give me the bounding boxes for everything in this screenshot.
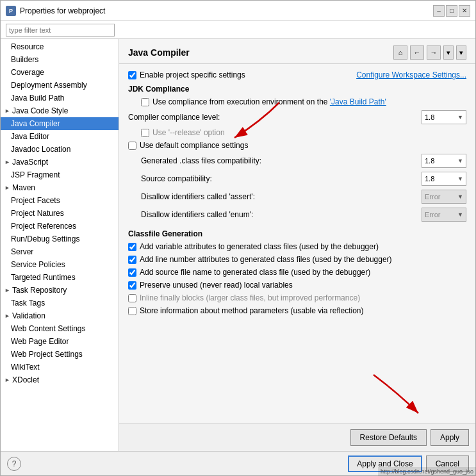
jdk-compliance-section-title: JDK Compliance	[128, 85, 466, 94]
window-icon: P	[6, 6, 16, 16]
expand-arrow-icon: ►	[4, 377, 11, 383]
window-title: Properties for webproject	[20, 6, 105, 15]
restore-defaults-button[interactable]: Restore Defaults	[350, 429, 427, 446]
nav-arrows: ⌂ ← → ▾ ▾	[393, 45, 466, 60]
sidebar-item-deployment-assembly[interactable]: Deployment Assembly	[1, 79, 119, 92]
close-button[interactable]: ✕	[459, 5, 470, 17]
add-variable-row: Add variable attributes to generated cla…	[128, 242, 466, 251]
use-compliance-label: Use compliance from execution environmen…	[152, 97, 386, 106]
use-release-row: Use '--release' option	[128, 128, 466, 137]
sidebar-item-server[interactable]: Server	[1, 245, 119, 258]
disallow-assert-select[interactable]: Error ▼	[422, 190, 466, 204]
sidebar-item-javascript[interactable]: ►JavaScript	[1, 156, 119, 168]
source-compat-select[interactable]: 1.8 ▼	[422, 172, 466, 186]
sidebar-item-coverage[interactable]: Coverage	[1, 66, 119, 79]
title-bar: P Properties for webproject – □ ✕	[1, 1, 475, 21]
sidebar-item-javadoc-location[interactable]: Javadoc Location	[1, 143, 119, 156]
sidebar-item-targeted-runtimes[interactable]: Targeted Runtimes	[1, 271, 119, 284]
restore-apply-bar: Restore Defaults Apply	[119, 423, 475, 451]
sidebar-item-wikitext[interactable]: WikiText	[1, 361, 119, 373]
nav-back-button[interactable]: ←	[410, 45, 424, 60]
sidebar-item-service-policies[interactable]: Service Policies	[1, 258, 119, 271]
sidebar-item-project-references[interactable]: Project References	[1, 220, 119, 233]
minimize-button[interactable]: –	[433, 5, 445, 17]
sidebar-item-xdoclet[interactable]: ►XDoclet	[1, 373, 119, 386]
sidebar-item-project-facets[interactable]: Project Facets	[1, 194, 119, 207]
search-input[interactable]	[6, 24, 115, 37]
watermark: http://blog.csdn.net/gshend_guo_juo	[378, 467, 476, 476]
title-bar-left: P Properties for webproject	[6, 6, 105, 16]
properties-window: P Properties for webproject – □ ✕ Resour…	[0, 0, 476, 476]
generated-class-label: Generated .class files compatibility:	[128, 156, 422, 165]
preserve-unused-row: Preserve unused (never read) local varia…	[128, 281, 466, 290]
sidebar-item-java-code-style[interactable]: ►Java Code Style	[1, 104, 119, 117]
panel-title: Java Compiler	[128, 47, 190, 58]
preserve-unused-label: Preserve unused (never read) local varia…	[140, 281, 293, 290]
nav-next-button[interactable]: →	[427, 45, 441, 60]
sidebar-item-web-page-editor[interactable]: Web Page Editor	[1, 335, 119, 348]
add-variable-label: Add variable attributes to generated cla…	[140, 242, 379, 251]
use-compliance-row: Use compliance from execution environmen…	[128, 97, 466, 106]
maximize-button[interactable]: □	[446, 5, 457, 17]
sidebar-item-validation[interactable]: ►Validation	[1, 309, 119, 322]
right-panel: Java Compiler ⌂ ← → ▾ ▾ Enable project s…	[119, 39, 475, 451]
disallow-assert-label: Disallow identifiers called 'assert':	[128, 192, 422, 201]
store-info-label: Store information about method parameter…	[140, 306, 364, 315]
use-default-compliance-checkbox[interactable]	[128, 142, 136, 150]
generated-class-select[interactable]: 1.8 ▼	[422, 154, 466, 168]
disallow-enum-select[interactable]: Error ▼	[422, 208, 466, 222]
disallow-assert-dropdown-icon: ▼	[457, 193, 463, 200]
sidebar-item-project-natures[interactable]: Project Natures	[1, 207, 119, 220]
nav-forward-button[interactable]: ⌂	[393, 45, 407, 60]
disallow-assert-row: Disallow identifiers called 'assert': Er…	[128, 190, 466, 204]
preserve-unused-checkbox[interactable]	[128, 281, 136, 290]
expand-arrow-icon: ►	[4, 287, 11, 293]
sidebar-item-resource[interactable]: Resource	[1, 40, 119, 53]
restore-apply-buttons: Restore Defaults Apply	[350, 429, 469, 446]
store-info-checkbox[interactable]	[128, 307, 136, 315]
compliance-level-select[interactable]: 1.8 ▼	[422, 110, 466, 124]
generated-class-dropdown-icon: ▼	[457, 158, 463, 164]
compliance-level-label: Compiler compliance level:	[128, 113, 422, 122]
sidebar: Resource Builders Coverage Deployment As…	[1, 39, 119, 451]
use-release-label: Use '--release' option	[152, 128, 225, 137]
add-line-number-checkbox[interactable]	[128, 256, 136, 264]
nav-dropdown-button[interactable]: ▾	[443, 45, 454, 60]
use-release-checkbox[interactable]	[141, 129, 149, 137]
store-info-row: Store information about method parameter…	[128, 306, 466, 315]
enable-specific-settings-checkbox[interactable]	[128, 71, 136, 79]
sidebar-item-java-build-path[interactable]: Java Build Path	[1, 92, 119, 104]
apply-button[interactable]: Apply	[431, 429, 469, 446]
sidebar-item-run-debug-settings[interactable]: Run/Debug Settings	[1, 233, 119, 245]
sidebar-item-task-repository[interactable]: ►Task Repository	[1, 284, 119, 297]
sidebar-item-builders[interactable]: Builders	[1, 53, 119, 66]
title-buttons: – □ ✕	[433, 5, 470, 17]
sidebar-item-task-tags[interactable]: Task Tags	[1, 297, 119, 309]
inline-finally-checkbox[interactable]	[128, 294, 136, 302]
sidebar-item-java-editor[interactable]: Java Editor	[1, 130, 119, 143]
configure-workspace-link[interactable]: Configure Workspace Settings...	[356, 70, 466, 79]
classfile-generation-section-title: Classfile Generation	[128, 229, 466, 238]
sidebar-item-web-content-settings[interactable]: Web Content Settings	[1, 322, 119, 335]
add-source-file-checkbox[interactable]	[128, 268, 136, 277]
use-default-compliance-row: Use default compliance settings	[128, 141, 466, 150]
sidebar-item-web-project-settings[interactable]: Web Project Settings	[1, 348, 119, 361]
use-compliance-checkbox[interactable]	[141, 98, 149, 106]
sidebar-item-maven[interactable]: ►Maven	[1, 181, 119, 194]
add-variable-checkbox[interactable]	[128, 243, 136, 251]
nav-dropdown2-button[interactable]: ▾	[456, 45, 466, 60]
help-button[interactable]: ?	[7, 457, 21, 471]
disallow-enum-label: Disallow identifiers called 'enum':	[128, 210, 422, 219]
expand-arrow-icon: ►	[4, 108, 11, 114]
sidebar-item-jsp-fragment[interactable]: JSP Fragment	[1, 168, 119, 181]
add-source-file-label: Add source file name to generated class …	[140, 268, 370, 277]
compliance-level-row: Compiler compliance level: 1.8 ▼	[128, 110, 466, 124]
java-build-path-link[interactable]: 'Java Build Path'	[330, 97, 386, 106]
source-compat-row: Source compatibility: 1.8 ▼	[128, 172, 466, 186]
sidebar-item-java-compiler[interactable]: Java Compiler	[1, 117, 119, 130]
expand-arrow-icon: ►	[4, 313, 11, 319]
disallow-enum-dropdown-icon: ▼	[457, 211, 463, 218]
generated-class-row: Generated .class files compatibility: 1.…	[128, 154, 466, 168]
panel-body: Enable project specific settings Configu…	[119, 64, 475, 423]
add-line-number-row: Add line number attributes to generated …	[128, 255, 466, 264]
